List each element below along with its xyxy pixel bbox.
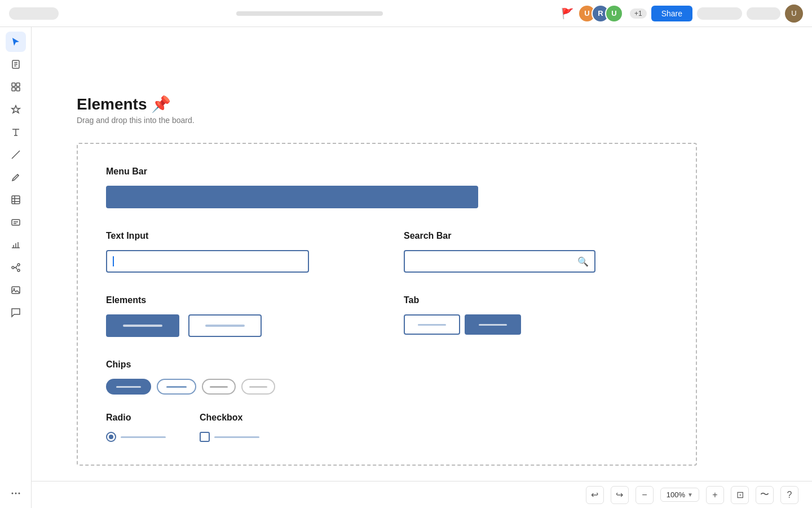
text-input-col: Text Input <box>106 231 370 273</box>
text-input-label: Text Input <box>106 231 370 241</box>
chip-1[interactable] <box>106 379 151 395</box>
dashed-area: Menu Bar Text Input Search Bar 🔍 <box>77 143 697 466</box>
tab-row <box>404 314 668 335</box>
svg-rect-13 <box>12 87 15 91</box>
chips-section: Chips <box>106 360 668 395</box>
page-title-text: Elements 📌 <box>77 95 171 113</box>
zoom-arrow: ▼ <box>687 492 693 498</box>
undo-icon: ↩ <box>591 489 598 500</box>
sidebar-pages-tool[interactable] <box>6 54 26 75</box>
text-cursor <box>113 256 114 266</box>
sidebar-pen-tool[interactable] <box>6 167 26 187</box>
chip-4[interactable] <box>241 379 275 395</box>
zoom-out-icon: − <box>642 490 647 500</box>
radio-line <box>121 436 166 438</box>
sidebar-more-tool[interactable] <box>6 483 26 503</box>
top-bar: 🚩 U R U +1 Share U <box>0 0 812 27</box>
share-button[interactable]: Share <box>651 6 692 21</box>
sidebar-components-tool[interactable] <box>6 77 26 97</box>
top-bar-center <box>59 11 561 16</box>
undo-button[interactable]: ↩ <box>586 486 604 504</box>
sidebar-image-tool[interactable] <box>6 280 26 300</box>
radio-inner <box>109 435 113 439</box>
svg-rect-8 <box>14 62 17 63</box>
text-input-demo[interactable] <box>106 250 309 273</box>
left-sidebar <box>0 27 32 508</box>
elements-col: Elements <box>106 295 370 337</box>
element-filled-button[interactable] <box>106 314 179 337</box>
tab-line-1 <box>418 324 446 326</box>
chip-2[interactable] <box>157 379 196 395</box>
fit-screen-button[interactable]: ⊡ <box>731 486 749 504</box>
svg-point-19 <box>17 269 20 271</box>
svg-rect-14 <box>16 87 20 91</box>
sidebar-comment-tool[interactable] <box>6 303 26 323</box>
checkbox-demo[interactable] <box>200 432 259 442</box>
radio-circle <box>106 432 116 442</box>
sidebar-select-tool[interactable] <box>6 32 26 52</box>
chip-line-1 <box>116 386 141 388</box>
top-bar-right: 🚩 U R U +1 Share U <box>561 5 803 23</box>
top-bar-left <box>9 7 59 20</box>
tab-item-1[interactable] <box>404 314 460 335</box>
tab-label: Tab <box>404 295 668 305</box>
chip-3[interactable] <box>202 379 236 395</box>
svg-point-23 <box>15 493 16 494</box>
top-bar-pill2 <box>697 7 742 20</box>
sidebar-table-tool[interactable] <box>6 190 26 210</box>
flag-icon: 🚩 <box>561 7 573 20</box>
wave-icon: 〜 <box>760 489 769 501</box>
element-outlined-button[interactable] <box>188 314 262 337</box>
svg-rect-10 <box>14 65 16 67</box>
checkbox-label: Checkbox <box>200 413 259 423</box>
svg-rect-15 <box>12 196 20 204</box>
wave-button[interactable]: 〜 <box>756 486 774 504</box>
canvas-content: Elements 📌 Drag and drop this into the b… <box>32 27 812 508</box>
svg-rect-12 <box>16 83 20 86</box>
chip-line-2 <box>166 386 187 388</box>
bottom-bar: ↩ ↪ − 100% ▼ + ⊡ 〜 ? <box>32 481 812 508</box>
search-bar-demo[interactable]: 🔍 <box>404 250 595 273</box>
tab-line-2 <box>479 324 507 326</box>
elements-row <box>106 314 370 337</box>
sidebar-favorites-tool[interactable] <box>6 99 26 120</box>
avatar-overflow-count: +1 <box>630 8 647 19</box>
elements-tab-row: Elements Tab <box>106 295 668 337</box>
sidebar-line-tool[interactable] <box>6 144 26 165</box>
svg-point-17 <box>12 266 14 269</box>
sidebar-form-tool[interactable] <box>6 212 26 233</box>
chip-line-4 <box>249 386 267 388</box>
radio-demo[interactable] <box>106 432 166 442</box>
zoom-in-button[interactable]: + <box>706 486 724 504</box>
search-bar-col: Search Bar 🔍 <box>404 231 668 273</box>
page-title: Elements 📌 <box>77 95 767 113</box>
menu-bar-label: Menu Bar <box>106 167 668 177</box>
svg-rect-11 <box>12 83 15 86</box>
zoom-in-icon: + <box>712 490 717 500</box>
svg-point-21 <box>13 288 15 290</box>
checkbox-section: Checkbox <box>200 413 259 442</box>
btn-line-filled <box>123 325 162 327</box>
svg-point-22 <box>11 493 13 494</box>
page-subtitle: Drag and drop this into the board. <box>77 116 767 125</box>
redo-icon: ↪ <box>616 489 623 500</box>
sidebar-flow-tool[interactable] <box>6 257 26 278</box>
search-icon: 🔍 <box>577 256 589 267</box>
btn-line-outlined <box>205 325 245 327</box>
menu-bar-demo <box>106 186 478 208</box>
tab-item-2[interactable] <box>465 314 521 335</box>
redo-button[interactable]: ↪ <box>611 486 629 504</box>
user-avatar[interactable]: U <box>785 5 803 23</box>
sidebar-chart-tool[interactable] <box>6 235 26 255</box>
zoom-out-button[interactable]: − <box>636 486 654 504</box>
sidebar-text-tool[interactable] <box>6 122 26 142</box>
help-button[interactable]: ? <box>780 486 798 504</box>
main-canvas: Elements 📌 Drag and drop this into the b… <box>32 27 812 508</box>
fit-icon: ⊡ <box>736 489 744 500</box>
svg-rect-9 <box>14 64 17 65</box>
checkbox-line <box>214 436 259 438</box>
zoom-level[interactable]: 100% ▼ <box>660 488 699 502</box>
chips-row <box>106 379 668 395</box>
checkbox-box <box>200 432 210 442</box>
svg-point-18 <box>17 264 20 266</box>
